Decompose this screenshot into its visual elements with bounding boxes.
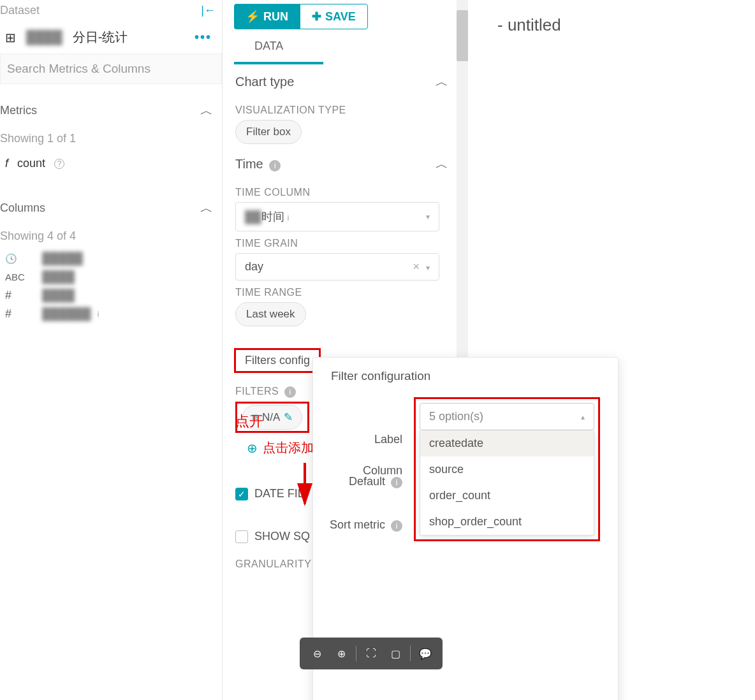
zoom-in-icon[interactable]: ⊕ [330, 643, 352, 664]
table-icon: ⊞ [5, 30, 16, 45]
time-col-label: TIME COLUMN [235, 180, 448, 202]
info-icon[interactable]: i [284, 386, 296, 398]
dropdown-option[interactable]: createdate [420, 430, 594, 456]
caret-down-icon: ▾ [426, 263, 430, 272]
annotation-click-add: 点击添加 [263, 439, 314, 456]
time-grain-select[interactable]: day ×▾ [235, 253, 439, 281]
columns-header[interactable]: Columns ︿ [0, 193, 222, 223]
time-range-label: TIME RANGE [235, 281, 448, 302]
show-sql-checkbox[interactable] [235, 530, 248, 543]
columns-showing: Showing 4 of 4 [0, 223, 222, 249]
metrics-header[interactable]: Metrics ︿ [0, 96, 222, 126]
collapse-icon[interactable]: |← [201, 4, 216, 17]
info-icon[interactable]: i [391, 520, 402, 532]
caret-down-icon: ▾ [426, 212, 430, 221]
time-grain-label: TIME GRAIN [235, 231, 448, 253]
time-column-select[interactable]: ██时间 i ▾ [235, 202, 439, 231]
popup-title: Filter configuration [326, 369, 605, 395]
date-filter-checkbox[interactable]: ✓ [235, 488, 248, 500]
dataset-name: 分日-统计 [73, 29, 128, 46]
caret-up-icon: ▴ [581, 412, 585, 421]
popup-sortmetric-label: Sort metric i [326, 518, 402, 532]
popup-label-label: Label [326, 433, 402, 446]
image-toolbar: ⊖ ⊕ ⛶ ▢ 💬 [300, 638, 443, 669]
column-item[interactable]: ABC████ [0, 268, 222, 286]
help-icon[interactable]: ? [54, 159, 64, 169]
info-icon[interactable]: i [391, 477, 402, 488]
plus-icon: ✚ [312, 10, 321, 24]
dropdown-option[interactable]: shop_order_count [420, 509, 594, 535]
chart-title: - untitled [497, 15, 746, 35]
edit-icon[interactable]: ✎ [284, 411, 293, 424]
info-icon[interactable]: i [269, 160, 281, 171]
column-options-highlight: 5 option(s) ▴ createdate source order_co… [414, 397, 600, 541]
chart-preview: - untitled [472, 0, 746, 35]
search-input[interactable]: Search Metrics & Columns [0, 54, 222, 84]
fullscreen-icon[interactable]: ⛶ [360, 643, 382, 664]
metric-item[interactable]: f count ? [0, 152, 222, 175]
time-range-pill[interactable]: Last week [235, 302, 306, 326]
clock-icon: 🕓 [5, 253, 36, 265]
popup-default-label: Default i [326, 475, 402, 488]
dataset-name-blur: ████ [26, 30, 62, 45]
dataset-label: Dataset [0, 4, 40, 17]
chevron-up-icon: ︿ [200, 102, 213, 119]
dropdown-list: createdate source order_count shop_order… [420, 430, 594, 536]
save-button[interactable]: ✚SAVE [300, 4, 368, 29]
more-icon[interactable]: ••• [194, 30, 212, 45]
column-item[interactable]: #████ [0, 286, 222, 305]
chevron-up-icon: ︿ [436, 73, 448, 91]
bolt-icon: ⚡ [246, 10, 260, 24]
tab-data[interactable]: DATA [234, 29, 323, 64]
dataset-row[interactable]: ⊞ ████ 分日-统计 ••• [0, 21, 222, 54]
comment-icon[interactable]: 💬 [414, 643, 436, 664]
time-header[interactable]: Time i ︿ [235, 156, 448, 180]
zoom-out-icon[interactable]: ⊖ [306, 643, 328, 664]
filters-config-header[interactable]: Filters config [234, 348, 321, 373]
plus-circle-icon[interactable]: ⊕ [247, 441, 258, 456]
column-dropdown[interactable]: 5 option(s) ▴ [420, 403, 594, 430]
column-item[interactable]: #██████i [0, 305, 222, 323]
metrics-showing: Showing 1 of 1 [0, 126, 222, 152]
dropdown-option[interactable]: order_count [420, 483, 594, 509]
chevron-up-icon: ︿ [436, 156, 448, 173]
dataset-header: Dataset |← [0, 0, 222, 21]
present-icon[interactable]: ▢ [385, 643, 406, 664]
column-item[interactable]: 🕓█████ [0, 249, 222, 268]
dropdown-option[interactable]: source [420, 456, 594, 483]
run-button[interactable]: ⚡RUN [234, 4, 300, 29]
viz-type-label: VISUALIZATION TYPE [235, 98, 448, 120]
sidebar: Dataset |← ⊞ ████ 分日-统计 ••• Search Metri… [0, 0, 223, 700]
clear-icon[interactable]: × [413, 260, 420, 273]
annotation-click-open: 点开 [235, 412, 263, 431]
chart-type-header[interactable]: Chart type ︿ [235, 73, 448, 98]
function-icon: f [5, 157, 8, 170]
viz-type-pill[interactable]: Filter box [235, 120, 302, 144]
chevron-up-icon: ︿ [200, 200, 213, 217]
